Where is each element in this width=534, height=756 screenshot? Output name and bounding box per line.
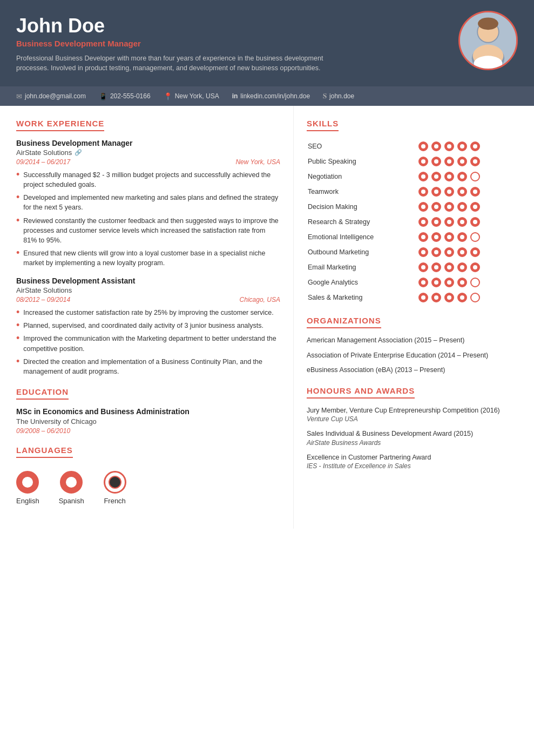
profile-photo (458, 11, 518, 70)
skill-name: Research & Strategy (307, 214, 417, 230)
skill-dot (444, 247, 454, 257)
skill-dot (457, 262, 467, 272)
work-experience-section: WORK EXPERIENCE Business Development Man… (16, 119, 280, 376)
skill-name: SEO (307, 139, 417, 154)
job-2: Business Development Assistant AirState … (16, 276, 280, 376)
bullet-item: •Improved the communication with the Mar… (16, 334, 280, 353)
skill-dot (431, 232, 441, 242)
company-link-icon: 🔗 (75, 149, 82, 156)
skill-dot (457, 247, 467, 257)
skills-section: SKILLS SEOPublic SpeakingNegotiationTeam… (307, 119, 521, 305)
skill-name: Email Marketing (307, 260, 417, 275)
skill-dot (444, 202, 454, 212)
skill-dot (431, 247, 441, 257)
skill-dot (470, 202, 480, 212)
skill-dot (444, 141, 454, 151)
skill-dot (431, 157, 441, 166)
job-2-location: Chicago, USA (240, 296, 280, 303)
skill-row: Decision Making (307, 199, 521, 214)
award-org: Venture Cup USA (307, 415, 521, 423)
job-2-company: AirState Solutions (16, 286, 280, 294)
skill-name: Emotional Intelligence (307, 230, 417, 245)
skill-dot (444, 187, 454, 197)
skill-dot (418, 172, 428, 181)
organization-item: Association of Private Enterprise Educat… (307, 351, 521, 361)
skill-dot (431, 262, 441, 272)
language-items: English Spanish French (16, 471, 280, 505)
language-french: French (104, 471, 126, 505)
skill-row: Outbound Marketing (307, 245, 521, 260)
skill-dot (470, 217, 480, 227)
skill-name: Outbound Marketing (307, 245, 417, 260)
skill-dot (457, 141, 467, 151)
skill-dot (418, 187, 428, 197)
skill-dot (418, 293, 428, 302)
resume-header: John Doe Business Development Manager Pr… (0, 0, 534, 86)
skill-dot (431, 141, 441, 151)
organization-item: eBusiness Association (eBA) (2013 – Pres… (307, 366, 521, 375)
award-org: IES - Institute of Excellence in Sales (307, 462, 521, 470)
skills-title: SKILLS (307, 119, 339, 131)
skill-dot (457, 157, 467, 166)
edu-school: The University of Chicago (16, 417, 280, 426)
job-2-bullets: •Increased the customer satisfaction rat… (16, 308, 280, 376)
skype-icon: 𝐒 (323, 92, 327, 100)
skill-dot (457, 217, 467, 227)
bullet-icon: • (16, 356, 19, 366)
skill-dots (417, 290, 521, 305)
skill-dot (470, 187, 480, 197)
honours-title: HONOURS AND AWARDS (307, 386, 415, 399)
languages-section: LANGUAGES English Spanish (16, 446, 280, 505)
candidate-name: John Doe (16, 15, 518, 37)
languages-title: LANGUAGES (16, 446, 73, 458)
job-2-dates: 08/2012 – 09/2014 (16, 296, 70, 303)
bullet-item: •Increased the customer satisfaction rat… (16, 308, 280, 318)
job-1-meta: 09/2014 – 06/2017 New York, USA (16, 158, 280, 166)
job-1-title: Business Development Manager (16, 139, 280, 147)
skill-row: Negotiation (307, 169, 521, 184)
skill-row: Research & Strategy (307, 214, 521, 230)
bullet-icon: • (16, 170, 19, 179)
skill-dots (417, 199, 521, 214)
left-column: WORK EXPERIENCE Business Development Man… (0, 106, 294, 529)
skill-dots (417, 275, 521, 290)
bullet-item: •Ensured that new clients will grow into… (16, 248, 280, 268)
contact-location: 📍 New York, USA (164, 92, 219, 100)
skill-dot (470, 262, 480, 272)
skill-name: Decision Making (307, 199, 417, 214)
award-title: Sales Individual & Business Development … (307, 429, 521, 439)
skill-dot (431, 187, 441, 197)
skill-dot (418, 232, 428, 242)
contact-linkedin: in linkedin.com/in/john.doe (232, 92, 310, 100)
language-spanish-circle (60, 471, 83, 494)
award-title: Excellence in Customer Partnering Award (307, 453, 521, 463)
location-icon: 📍 (164, 92, 172, 100)
skill-dot (418, 141, 428, 151)
bullet-icon: • (16, 248, 19, 258)
bullet-icon: • (16, 333, 19, 343)
job-1-bullets: •Successfully managed $2 - 3 million bud… (16, 170, 280, 268)
job-1: Business Development Manager AirState So… (16, 139, 280, 268)
skill-dots (417, 260, 521, 275)
skill-dot (470, 157, 480, 166)
skill-dots (417, 184, 521, 199)
skill-row: Google Analytics (307, 275, 521, 290)
skill-dot (470, 232, 480, 242)
language-french-label: French (104, 497, 125, 505)
skill-name: Teamwork (307, 184, 417, 199)
linkedin-icon: in (232, 92, 238, 100)
phone-icon: 📱 (99, 92, 107, 100)
skill-row: Emotional Intelligence (307, 230, 521, 245)
skill-dot (457, 172, 467, 181)
job-1-location: New York, USA (235, 158, 280, 166)
skill-dot (431, 293, 441, 302)
bullet-item: •Successfully managed $2 - 3 million bud… (16, 170, 280, 190)
job-2-meta: 08/2012 – 09/2014 Chicago, USA (16, 296, 280, 303)
bullet-icon: • (16, 307, 19, 317)
bullet-item: •Planned, supervised, and coordinated da… (16, 321, 280, 330)
skill-dot (457, 202, 467, 212)
skill-dot (457, 187, 467, 197)
skill-dot (444, 217, 454, 227)
skill-name: Sales & Marketing (307, 290, 417, 305)
award-item: Excellence in Customer Partnering AwardI… (307, 453, 521, 470)
